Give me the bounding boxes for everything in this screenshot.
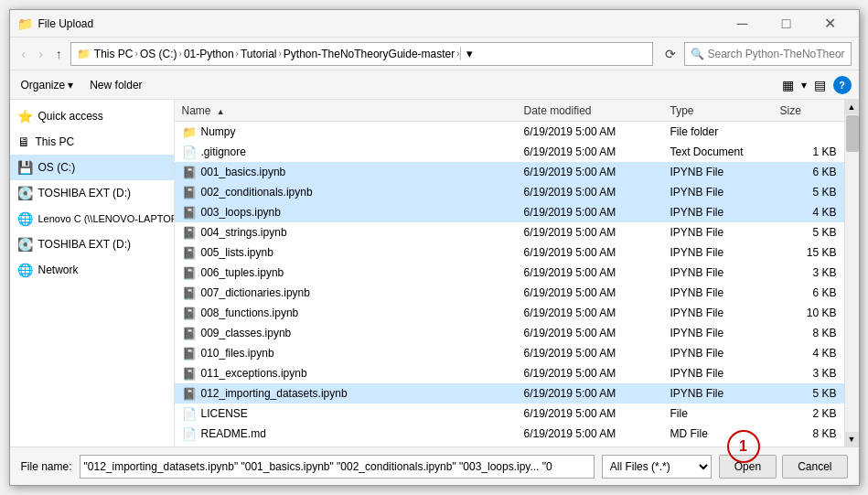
file-name-cell: 📓 012_importing_datasets.ipynb (178, 387, 520, 401)
window-controls: ─ □ ✕ (722, 10, 852, 38)
file-type-icon: 📓 (182, 307, 197, 320)
address-arrow-4: › (279, 48, 282, 59)
close-button[interactable]: ✕ (809, 10, 852, 38)
file-row[interactable]: 📄 LICENSE 6/19/2019 5:00 AM File 2 KB (175, 404, 844, 424)
file-type-cell: IPYNB File (667, 166, 777, 178)
column-name[interactable]: Name ▲ (178, 104, 520, 117)
search-input[interactable] (708, 48, 845, 60)
forward-button[interactable]: › (34, 42, 48, 66)
file-row[interactable]: 📓 004_strings.ipynb 6/19/2019 5:00 AM IP… (175, 222, 844, 242)
file-row[interactable]: 📓 007_dictionaries.ipynb 6/19/2019 5:00 … (175, 283, 844, 303)
organize-button[interactable]: Organize ▾ (17, 77, 78, 93)
sort-arrow-name: ▲ (217, 107, 225, 116)
filetype-select[interactable]: All Files (*.*) (602, 455, 712, 479)
file-type-icon: 📓 (182, 286, 197, 300)
file-row[interactable]: 📓 008_functions.ipynb 6/19/2019 5:00 AM … (175, 303, 844, 323)
file-date-cell: 6/19/2019 5:00 AM (520, 226, 667, 239)
file-type-cell: IPYNB File (667, 246, 777, 259)
scroll-down-button[interactable]: ▼ (844, 432, 859, 447)
sidebar-item-quick-access[interactable]: ⭐ Quick access (10, 103, 174, 129)
view-details-button[interactable]: ▦ (778, 76, 798, 94)
file-date-cell: 6/19/2019 5:00 AM (520, 407, 667, 420)
sidebar-item-toshiba-d[interactable]: 💽 TOSHIBA EXT (D:) (10, 180, 174, 206)
file-name-cell: 📓 002_conditionals.ipynb (178, 186, 520, 199)
file-row[interactable]: 📓 003_loops.ipynb 6/19/2019 5:00 AM IPYN… (175, 202, 844, 222)
file-name: README.md (201, 427, 266, 440)
maximize-button[interactable]: □ (766, 10, 808, 38)
sidebar-label-quick-access: Quick access (38, 110, 103, 123)
file-type-cell: IPYNB File (667, 347, 777, 360)
file-type-cell: IPYNB File (667, 307, 777, 319)
file-type-icon: 📁 (182, 125, 197, 139)
cancel-button[interactable]: Cancel (782, 455, 847, 479)
file-name-cell: 📓 005_lists.ipynb (178, 246, 520, 260)
file-type-icon: 📓 (182, 166, 197, 179)
file-size-cell: 5 KB (777, 387, 841, 400)
search-box: 🔍 (684, 42, 852, 66)
file-row[interactable]: 📓 011_exceptions.ipynb 6/19/2019 5:00 AM… (175, 363, 844, 383)
open-button[interactable]: Open (719, 455, 777, 479)
sidebar-item-network[interactable]: 🌐 Network (10, 257, 174, 283)
file-row[interactable]: 📓 002_conditionals.ipynb 6/19/2019 5:00 … (175, 182, 844, 202)
file-name: 001_basics.ipynb (201, 166, 286, 178)
scroll-up-button[interactable]: ▲ (844, 100, 859, 114)
scroll-thumb-area (845, 114, 859, 432)
file-name: Numpy (201, 125, 236, 138)
column-type[interactable]: Type (667, 104, 777, 117)
sidebar-label-toshiba-d: TOSHIBA EXT (D:) (38, 187, 132, 199)
sidebar-item-this-pc[interactable]: 🖥 This PC (10, 129, 174, 155)
file-size-cell: 8 KB (777, 327, 841, 339)
address-arrow-1: › (135, 48, 138, 59)
file-type-cell: File (667, 407, 777, 420)
sidebar-label-lenovo-g: Lenovo C (\\LENOVO-LAPTOP) (G:) (38, 213, 175, 224)
file-type-cell: IPYNB File (667, 367, 777, 380)
file-type-icon: 📄 (182, 427, 197, 441)
address-arrow-3: › (236, 48, 239, 59)
file-name-cell: 📓 010_files.ipynb (178, 347, 520, 360)
address-bar[interactable]: 📁 This PC › OS (C:) › 01-Python › Tutori… (70, 42, 653, 66)
column-size[interactable]: Size (777, 104, 841, 117)
view-controls: ▦ ▾ ▤ ? (778, 76, 852, 94)
file-row[interactable]: 📄 .gitignore 6/19/2019 5:00 AM Text Docu… (175, 142, 844, 162)
minimize-button[interactable]: ─ (722, 10, 764, 38)
file-type-cell: MD File (667, 427, 777, 440)
sidebar-item-lenovo-g[interactable]: 🌐 Lenovo C (\\LENOVO-LAPTOP) (G:) (10, 206, 174, 231)
filename-input[interactable] (80, 455, 595, 479)
back-button[interactable]: ‹ (17, 42, 31, 66)
file-name-cell: 📓 004_strings.ipynb (178, 226, 520, 240)
file-size-cell: 8 KB (777, 427, 841, 440)
file-row[interactable]: 📓 012_importing_datasets.ipynb 6/19/2019… (175, 383, 844, 404)
file-row[interactable]: 📓 001_basics.ipynb 6/19/2019 5:00 AM IPY… (175, 162, 844, 182)
toshiba-d-icon: 💽 (17, 186, 33, 200)
file-type-cell: File folder (667, 125, 777, 138)
file-row[interactable]: 📓 010_files.ipynb 6/19/2019 5:00 AM IPYN… (175, 343, 844, 363)
view-large-button[interactable]: ▤ (810, 76, 830, 94)
help-button[interactable]: ? (833, 76, 852, 94)
file-name: 008_functions.ipynb (201, 307, 299, 319)
file-name: 011_exceptions.ipynb (201, 367, 307, 380)
vertical-scrollbar[interactable]: ▲ ▼ (844, 100, 859, 447)
address-dropdown-button[interactable]: ▾ (460, 47, 478, 60)
column-date[interactable]: Date modified (520, 104, 667, 117)
file-date-cell: 6/19/2019 5:00 AM (520, 427, 667, 440)
file-type-icon: 📓 (182, 186, 197, 199)
file-row[interactable]: 📓 005_lists.ipynb 6/19/2019 5:00 AM IPYN… (175, 242, 844, 263)
file-size-cell: 6 KB (777, 286, 841, 299)
new-folder-button[interactable]: New folder (84, 77, 147, 93)
file-row[interactable]: 📄 README.md 6/19/2019 5:00 AM MD File 8 … (175, 424, 844, 444)
file-row[interactable]: 📁 Numpy 6/19/2019 5:00 AM File folder (175, 122, 844, 142)
sidebar-item-toshiba-d2[interactable]: 💽 TOSHIBA EXT (D:) (10, 231, 174, 257)
file-row[interactable]: 📓 009_classes.ipynb 6/19/2019 5:00 AM IP… (175, 323, 844, 343)
file-type-cell: IPYNB File (667, 286, 777, 299)
file-type-icon: 📓 (182, 367, 197, 381)
file-date-cell: 6/19/2019 5:00 AM (520, 307, 667, 319)
file-name: 009_classes.ipynb (201, 327, 292, 339)
sidebar-item-os-c[interactable]: 💾 OS (C:) (10, 155, 174, 180)
address-segment-c: OS (C:) (140, 48, 177, 60)
refresh-button[interactable]: ⟳ (660, 42, 680, 66)
file-row[interactable]: 📓 006_tuples.ipynb 6/19/2019 5:00 AM IPY… (175, 263, 844, 283)
up-button[interactable]: ↑ (51, 42, 67, 66)
file-date-cell: 6/19/2019 5:00 AM (520, 145, 667, 158)
scroll-thumb[interactable] (846, 115, 859, 152)
file-size-cell: 3 KB (777, 367, 841, 380)
